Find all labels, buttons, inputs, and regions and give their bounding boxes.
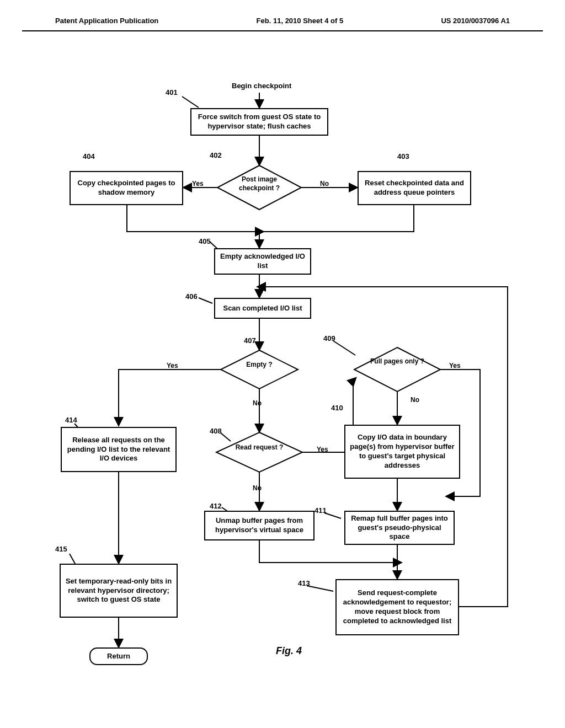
header-center: Feb. 11, 2010 Sheet 4 of 5: [257, 17, 344, 25]
ref-411: 411: [315, 506, 327, 515]
ref-402: 402: [210, 151, 222, 159]
box-415: Set temporary-read-only bits in relevant…: [60, 564, 178, 618]
box-406: Scan completed I/O list: [214, 298, 311, 319]
svg-line-25: [221, 433, 231, 441]
diamond-408: Read request ?: [232, 443, 287, 452]
svg-marker-2: [216, 432, 302, 472]
svg-marker-3: [354, 347, 440, 392]
diamond-409: Full pages only ?: [370, 357, 425, 366]
yes-409: Yes: [449, 362, 461, 370]
box-414: Release all requests on the pending I/O …: [61, 427, 177, 472]
page-header: Patent Application Publication Feb. 11, …: [22, 0, 543, 31]
ref-404: 404: [83, 152, 95, 160]
begin-label: Begin checkpoint: [232, 82, 291, 90]
flowchart-edges: [0, 66, 565, 728]
no-408: No: [253, 484, 262, 492]
ref-407: 407: [244, 336, 256, 345]
ref-415: 415: [55, 545, 67, 553]
yes-402: Yes: [192, 180, 204, 188]
diamond-407: Empty ?: [232, 361, 287, 370]
figure-label: Fig. 4: [276, 645, 302, 657]
ref-405: 405: [199, 237, 211, 245]
ref-414: 414: [65, 416, 77, 424]
ref-410: 410: [331, 404, 343, 412]
ref-412: 412: [210, 502, 222, 510]
yes-408: Yes: [317, 446, 328, 453]
box-410: Copy I/O data in boundary page(s) from h…: [344, 425, 460, 479]
svg-line-24: [199, 298, 212, 303]
ref-403: 403: [397, 152, 409, 160]
svg-line-31: [307, 586, 333, 591]
ref-408: 408: [210, 427, 222, 435]
flowchart: Begin checkpoint 401 Force switch from g…: [0, 66, 565, 728]
ref-409: 409: [323, 334, 335, 342]
ref-413: 413: [298, 579, 310, 587]
box-412: Unmap buffer pages from hypervisor's vir…: [204, 511, 315, 540]
box-404: Copy checkpointed pages to shadow memory: [70, 171, 183, 205]
box-413: Send request-complete acknowledgement to…: [335, 579, 459, 635]
box-401: Force switch from guest OS state to hype…: [190, 108, 328, 136]
return-terminator: Return: [89, 647, 148, 665]
yes-407: Yes: [167, 362, 178, 370]
box-411: Remap full buffer pages into guest's pse…: [344, 511, 455, 545]
svg-line-29: [70, 554, 75, 564]
box-405: Empty acknowledged I/O list: [214, 248, 311, 275]
header-left: Patent Application Publication: [55, 17, 158, 25]
no-407: No: [253, 399, 262, 407]
svg-line-30: [324, 513, 341, 518]
ref-406: 406: [185, 292, 198, 301]
svg-marker-1: [221, 350, 298, 389]
svg-line-6: [182, 97, 199, 108]
box-403: Reset checkpointed data and address queu…: [358, 171, 471, 205]
svg-line-27: [333, 341, 355, 355]
no-409: No: [411, 396, 419, 404]
no-402: No: [320, 180, 329, 188]
diamond-402: Post image checkpoint ?: [232, 175, 287, 192]
ref-401: 401: [166, 88, 178, 97]
header-right: US 2010/0037096 A1: [441, 17, 510, 25]
